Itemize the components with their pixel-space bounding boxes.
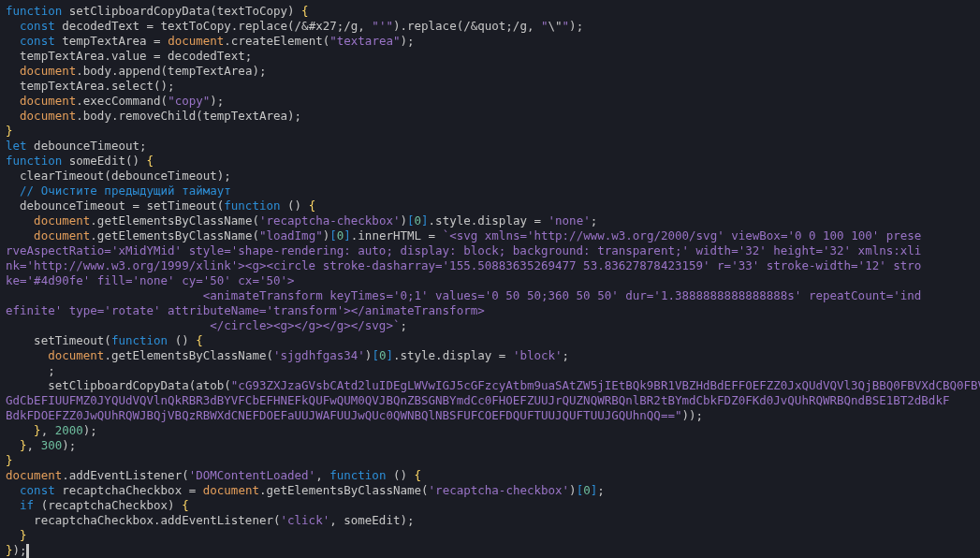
kw-function: function	[6, 4, 62, 18]
code-editor[interactable]: function setClipboardCopyData(textToCopy…	[0, 0, 980, 558]
fn-name: setClipboardCopyData	[69, 4, 211, 18]
text-cursor	[27, 545, 28, 557]
comment-line: // Очистите предыдущий таймаут	[6, 184, 231, 198]
